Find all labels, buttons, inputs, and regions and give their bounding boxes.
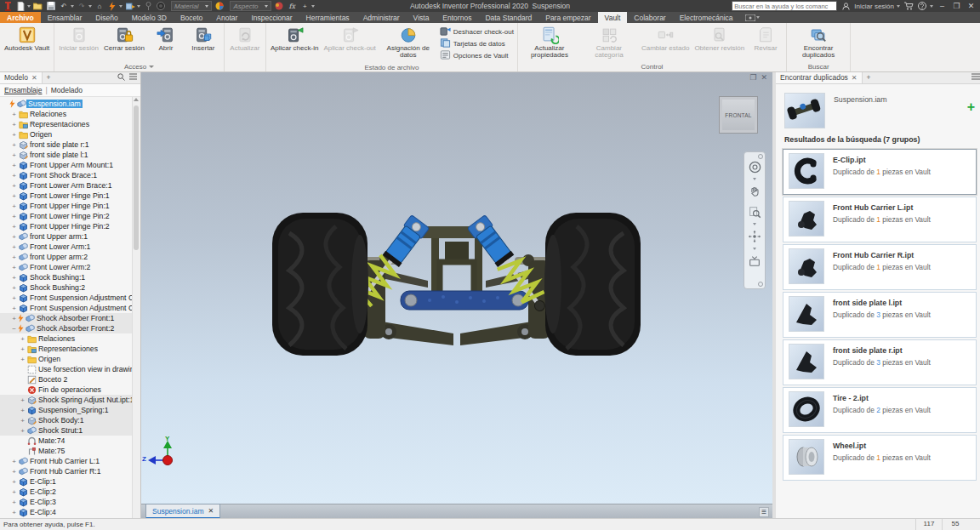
tree-item-mate-74[interactable]: Mate:74: [0, 436, 133, 446]
tree-item-front-upper-arm-1[interactable]: +front Upper arm:1: [0, 231, 133, 242]
tree-item-boceto-2[interactable]: Boceto 2: [0, 374, 133, 385]
tree-item-front-suspension-adjustment-clip-1[interactable]: +Front Suspension Adjustment Clip:1: [0, 293, 133, 303]
tree-expander[interactable]: +: [19, 417, 26, 425]
help-caret[interactable]: [930, 5, 933, 8]
orbit-icon[interactable]: [748, 227, 761, 246]
document-tabs-menu-icon[interactable]: ≡: [759, 507, 769, 517]
menu-tab-data-standard[interactable]: Data Standard: [478, 12, 538, 23]
browser-menu-icon[interactable]: [129, 73, 137, 82]
tree-expander[interactable]: +: [19, 356, 26, 363]
tree-expander[interactable]: +: [10, 468, 18, 476]
menu-tab-vista[interactable]: Vista: [407, 12, 436, 23]
tree-item-e-clip-1[interactable]: +E-Clip:1: [0, 476, 133, 487]
graphics-window[interactable]: ❐ ✕ FRONTAL Y Z: [140, 71, 772, 504]
app-store-cart-icon[interactable]: [903, 2, 914, 11]
browser-tab-modelo[interactable]: Modelo✕: [0, 71, 43, 83]
menu-tab-administrar[interactable]: Administrar: [356, 12, 407, 23]
tree-expander[interactable]: +: [10, 151, 18, 159]
tree-item-shock-body-1[interactable]: +Shock Body:1: [0, 415, 133, 425]
tree-item-front-shock-brace-1[interactable]: +Front Shock Brace:1: [0, 170, 133, 180]
redo-button[interactable]: ↷: [77, 2, 87, 11]
duplicate-result-front-side-plate-r-ipt[interactable]: front side plate r.iptDuplicado de 3 pie…: [783, 339, 977, 385]
tree-item-front-side-plate-l-1[interactable]: +front side plate l:1: [0, 150, 133, 160]
fx-button[interactable]: fx: [287, 2, 297, 11]
tree-expander[interactable]: +: [10, 223, 18, 231]
tree-expander[interactable]: +: [10, 131, 18, 139]
tree-expander[interactable]: +: [10, 274, 18, 282]
tree-expander[interactable]: +: [10, 305, 18, 312]
zoom-caret[interactable]: [753, 223, 756, 225]
tree-expander[interactable]: +: [10, 202, 18, 210]
iniciar-sesi-n-button[interactable]: Iniciar sesión: [56, 24, 101, 52]
close-icon[interactable]: ✕: [31, 74, 37, 82]
tree-expander[interactable]: +: [10, 182, 18, 190]
pan-icon[interactable]: [748, 182, 761, 201]
menu-tab-vault[interactable]: Vault: [598, 12, 628, 23]
undo-button[interactable]: ↶: [59, 2, 69, 11]
tree-item-front-hub-carrier-l-1[interactable]: +Front Hub Carrier L:1: [0, 456, 133, 466]
menu-tab-entornos[interactable]: Entornos: [436, 12, 478, 23]
tree-item-e-clip-2[interactable]: +E-Clip:2: [0, 487, 133, 497]
tree-item-shock-absorber-front-1[interactable]: +Shock Absorber Front:1: [0, 313, 133, 323]
tree-item-mate-75[interactable]: Mate:75: [0, 446, 133, 456]
actualizar-button[interactable]: Actualizar: [226, 24, 264, 52]
tree-item-shock-spring-adjust-nut-ipt-1[interactable]: +Shock Spring Adjust Nut.ipt:1: [0, 395, 133, 405]
material-wheel-icon[interactable]: [156, 2, 166, 11]
tree-expander[interactable]: +: [10, 458, 18, 465]
autodesk-vault-button[interactable]: Autodesk Vault: [2, 24, 52, 52]
cambiar-categor-a-button[interactable]: Cambiar categoría: [579, 24, 639, 60]
aplicar-check-out-button[interactable]: Aplicar check-out: [321, 24, 378, 52]
menu-tab-para-empezar[interactable]: Para empezar: [538, 12, 597, 23]
tree-item-front-lower-arm-brace-1[interactable]: +Front Lower Arm Brace:1: [0, 180, 133, 191]
panel-menu-icon[interactable]: [971, 73, 980, 82]
tarjetas-de-datos-button[interactable]: Tarjetas de datos: [440, 37, 514, 49]
viewport-restore-icon[interactable]: ❐: [749, 73, 756, 82]
opciones-de-vault-button[interactable]: Opciones de Vault: [440, 49, 514, 61]
menu-tab-dise-o[interactable]: Diseño: [88, 12, 124, 23]
tree-item-use-forsection-view-in-drawing[interactable]: Use forsection view in drawing: [0, 364, 133, 374]
tree-item-fin-de-operaciones[interactable]: Fin de operaciones: [0, 385, 133, 395]
help-search-input[interactable]: [732, 1, 837, 11]
tree-expander[interactable]: +: [10, 172, 18, 180]
sign-in-caret[interactable]: [897, 5, 900, 8]
tree-item-front-upper-hinge-pin-1[interactable]: +Front Upper Hinge Pin:1: [0, 201, 133, 211]
look-at-icon[interactable]: [748, 252, 761, 271]
menu-tab-colaborar[interactable]: Colaborar: [627, 12, 672, 23]
menu-tab-modelo-3d[interactable]: Modelo 3D: [125, 12, 174, 23]
tree-item-front-hub-carrier-r-1[interactable]: +Front Hub Carrier R:1: [0, 466, 133, 476]
tree-item-front-lower-hinge-pin-1[interactable]: +Front Lower Hinge Pin:1: [0, 191, 133, 201]
bolt-caret[interactable]: [119, 5, 122, 8]
tree-expander[interactable]: +: [10, 254, 18, 261]
export-caret[interactable]: [137, 5, 140, 8]
sign-in-button[interactable]: Iniciar sesión: [854, 3, 894, 10]
tree-expander[interactable]: +: [10, 264, 18, 271]
obtener-revisi-n-button[interactable]: Obtener revisión: [692, 24, 747, 52]
zoom-icon[interactable]: [748, 202, 761, 221]
new-file-button[interactable]: [15, 2, 26, 11]
tree-expander[interactable]: +: [10, 488, 18, 496]
revisar-button[interactable]: Revisar: [747, 24, 784, 52]
ribbon-display-toggle[interactable]: [740, 12, 765, 23]
tree-expander[interactable]: +: [10, 478, 18, 486]
tree-expander[interactable]: +: [10, 315, 18, 322]
new-file-caret[interactable]: [27, 5, 31, 8]
aplicar-check-in-button[interactable]: Aplicar check-in: [268, 24, 321, 52]
measure-button[interactable]: [143, 2, 153, 11]
qat-customize-caret[interactable]: [311, 5, 315, 8]
tree-expander[interactable]: +: [10, 121, 18, 128]
tree-item-e-clip-4[interactable]: +E-Clip:4: [0, 507, 133, 517]
tree-item-relaciones[interactable]: +Relaciones: [0, 333, 133, 344]
close-icon[interactable]: ✕: [208, 507, 214, 515]
duplicate-result-tire-2-ipt[interactable]: Tire - 2.iptDuplicado de 2 piezas en Vau…: [783, 387, 977, 433]
insertar-button[interactable]: Insertar: [185, 24, 222, 52]
tree-item-shock-bushing-1[interactable]: +Shock Bushing:1: [0, 272, 133, 282]
tree-expander[interactable]: +: [10, 509, 18, 516]
browser-scrollbar[interactable]: [132, 97, 140, 519]
add-panel-tab-button[interactable]: +: [863, 71, 875, 83]
tree-expander[interactable]: +: [10, 162, 18, 169]
tree-item-front-upper-arm-2[interactable]: +front Upper arm:2: [0, 252, 133, 262]
duplicate-result-e-clip-ipt[interactable]: E-Clip.iptDuplicado de 1 piezas en Vault: [783, 149, 977, 195]
tree-item-shock-strut-1[interactable]: +Shock Strut:1: [0, 425, 133, 436]
menu-tab-herramientas[interactable]: Herramientas: [299, 12, 356, 23]
document-tab-suspension[interactable]: Suspension.iam ✕: [145, 504, 220, 519]
